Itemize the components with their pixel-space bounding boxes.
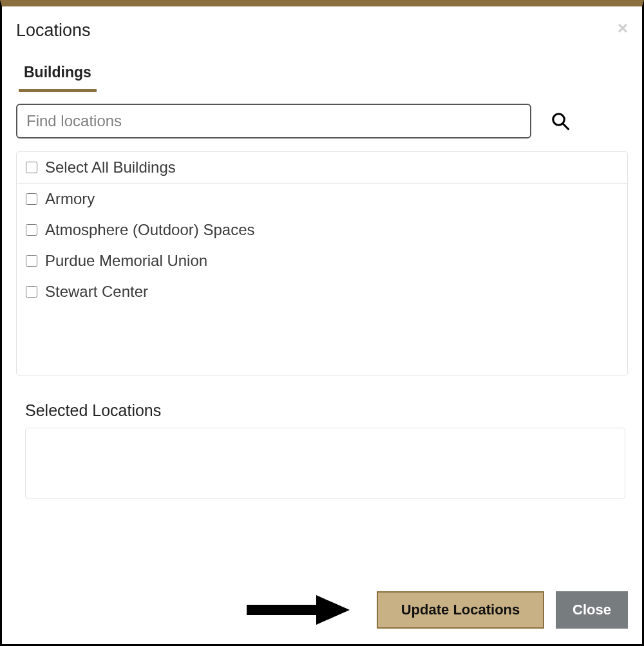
checkbox[interactable] xyxy=(26,193,37,205)
checkbox[interactable] xyxy=(26,255,37,267)
list-item-label: Stewart Center xyxy=(45,283,148,301)
buildings-list-panel: Select All Buildings Armory Atmosphere (… xyxy=(16,151,628,375)
update-locations-button[interactable]: Update Locations xyxy=(377,591,544,629)
list-item[interactable]: Armory xyxy=(17,184,627,214)
selected-locations-box xyxy=(25,428,625,499)
checkbox[interactable] xyxy=(26,286,37,298)
list-item[interactable]: Atmosphere (Outdoor) Spaces xyxy=(17,214,627,245)
svg-rect-2 xyxy=(247,605,317,615)
list-item-select-all[interactable]: Select All Buildings xyxy=(17,152,627,184)
modal-header: Locations × xyxy=(16,19,628,47)
checkbox[interactable] xyxy=(26,224,37,236)
list-item-label: Select All Buildings xyxy=(45,158,176,176)
selected-locations-heading: Selected Locations xyxy=(25,401,628,420)
list-item[interactable]: Purdue Memorial Union xyxy=(17,245,627,276)
annotation-arrow-icon xyxy=(247,595,350,625)
modal-title: Locations xyxy=(16,19,91,47)
list-item-label: Purdue Memorial Union xyxy=(45,252,207,270)
modal-footer: Update Locations Close xyxy=(377,591,628,629)
search-row xyxy=(16,104,628,138)
checkbox-select-all[interactable] xyxy=(26,162,37,173)
tab-buildings[interactable]: Buildings xyxy=(19,61,97,92)
list-item-label: Atmosphere (Outdoor) Spaces xyxy=(45,221,255,239)
search-input[interactable] xyxy=(16,104,531,138)
locations-modal: Locations × Buildings Select All Buildin… xyxy=(0,0,644,646)
svg-line-1 xyxy=(563,124,569,129)
list-item-label: Armory xyxy=(45,190,95,208)
close-button[interactable]: Close xyxy=(556,591,628,629)
list-item[interactable]: Stewart Center xyxy=(17,276,627,307)
close-icon[interactable]: × xyxy=(618,19,628,37)
search-icon[interactable] xyxy=(551,111,570,131)
svg-marker-3 xyxy=(316,595,350,625)
tabs: Buildings xyxy=(16,61,628,92)
